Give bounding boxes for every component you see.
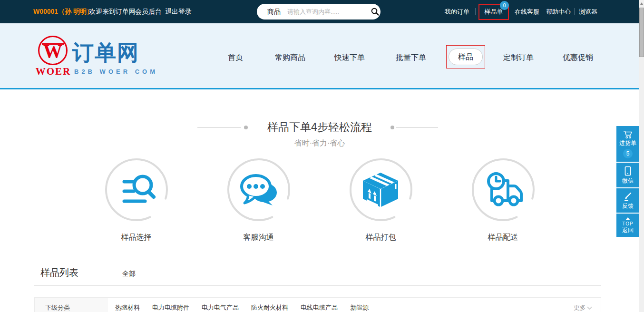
filter-label: 下级分类 (35, 298, 107, 312)
nav-frequent-goods[interactable]: 常购商品 (275, 53, 305, 63)
logo-brand: WOER (34, 66, 72, 78)
up-arrow-icon (625, 217, 630, 220)
site-name[interactable]: 订单网 (72, 39, 139, 67)
tab-all[interactable]: 全部 (122, 270, 136, 278)
category-fireproof-materials[interactable]: 防火耐火材料 (251, 303, 288, 312)
nav-bulk-order[interactable]: 批量下单 (396, 53, 426, 63)
purchase-list-label: 进货单 (616, 139, 639, 147)
delivery-truck-icon (471, 157, 536, 222)
step-sample-select: 样品选择 (104, 157, 169, 243)
user-id: W00001（孙 明明） (33, 0, 93, 23)
member-center-link[interactable]: 会员后台 (135, 0, 162, 23)
decor-dot-right (390, 126, 394, 129)
purchase-list-button[interactable]: 进货单 5 (616, 126, 639, 162)
divider (34, 285, 601, 286)
category-heat-shrink[interactable]: 热缩材料 (115, 303, 140, 312)
scroll-up-arrow-icon[interactable] (640, 2, 643, 5)
welcome-text: 欢迎来到订单网 (89, 0, 136, 23)
sample-list-title: 样品列表 (40, 266, 78, 279)
step-label: 客服沟通 (244, 233, 274, 243)
back-label: 返回 (616, 226, 639, 234)
nav-custom-order[interactable]: 定制订单 (503, 53, 534, 63)
pencil-icon (623, 192, 633, 202)
help-center-link[interactable]: 帮助中心 (546, 0, 571, 23)
top-text: TOP (616, 221, 639, 226)
feedback-button[interactable]: 反馈 (616, 188, 639, 213)
back-to-top-button[interactable]: TOP 返回 (616, 214, 639, 237)
process-steps: 样品选择 客服沟通 (0, 157, 639, 243)
phone-icon (624, 166, 632, 176)
site-tagline: B2B WOER COM (74, 68, 158, 75)
chevron-down-icon (587, 305, 592, 310)
divider (574, 8, 575, 15)
cart-count-badge: 5 (623, 149, 633, 158)
scrollbar-thumb[interactable] (639, 8, 644, 57)
topbar: W00001（孙 明明） 欢迎来到订单网 会员后台 退出登录 商品 我的订单 样… (0, 0, 644, 23)
divider (475, 8, 476, 15)
search-list-icon (104, 157, 169, 222)
wechat-button[interactable]: 微信 (616, 163, 639, 187)
step-sample-pack: 样品打包 (349, 157, 413, 243)
more-button[interactable]: 更多 (574, 298, 601, 312)
divider (512, 8, 512, 15)
package-icon (349, 157, 413, 222)
woer-logo-icon[interactable]: W (38, 36, 68, 65)
step-label: 样品配送 (488, 233, 518, 243)
sample-order-count-badge: 0 (500, 1, 509, 10)
step-service-chat: 客服沟通 (226, 157, 291, 243)
search-category-select[interactable]: 商品 (267, 8, 281, 16)
wechat-label: 微信 (616, 177, 639, 185)
category-power-electric-products[interactable]: 电力电气产品 (202, 303, 239, 312)
nav-quick-order[interactable]: 快速下单 (334, 53, 365, 63)
cart-icon (623, 130, 633, 139)
side-toolbar: 进货单 5 微信 反馈 TOP 返回 (616, 126, 639, 238)
logout-link[interactable]: 退出登录 (165, 0, 192, 23)
nav-samples-highlight[interactable]: 样品 (446, 45, 485, 68)
category-filter-panel: 下级分类 热缩材料 电力电缆附件 电力电气产品 防火耐火材料 电线电缆产品 新能… (34, 297, 601, 312)
step-label: 样品打包 (366, 233, 396, 243)
divider (542, 8, 542, 15)
process-title: 样品下单4步轻松流程 (0, 120, 639, 135)
online-service-link[interactable]: 在线客服 (515, 0, 539, 23)
chat-icon (226, 157, 291, 222)
logo-monogram: W (39, 41, 66, 62)
feedback-label: 反馈 (616, 202, 639, 210)
category-new-energy[interactable]: 新能源 (350, 303, 369, 312)
nav-promotions[interactable]: 优惠促销 (563, 53, 593, 63)
category-wire-cable-products[interactable]: 电线电缆产品 (301, 303, 338, 312)
category-power-cable-accessories[interactable]: 电力电缆附件 (152, 303, 189, 312)
process-subtitle: 省时·省力·省心 (0, 138, 639, 148)
nav-samples[interactable]: 样品 (449, 49, 483, 65)
decor-line-right (396, 127, 438, 128)
search-input[interactable] (287, 8, 371, 15)
browser-link[interactable]: 浏览器 (579, 0, 597, 23)
step-label: 样品选择 (121, 233, 152, 243)
search-bar: 商品 (257, 4, 381, 20)
nav-home[interactable]: 首页 (228, 53, 243, 63)
step-sample-delivery: 样品配送 (471, 157, 536, 243)
vertical-scrollbar[interactable] (639, 0, 644, 312)
my-orders-link[interactable]: 我的订单 (445, 0, 469, 23)
site-header: W WOER 订单网 B2B WOER COM 首页 常购商品 快速下单 批量下… (0, 23, 644, 89)
magnifier-icon[interactable] (371, 8, 379, 16)
